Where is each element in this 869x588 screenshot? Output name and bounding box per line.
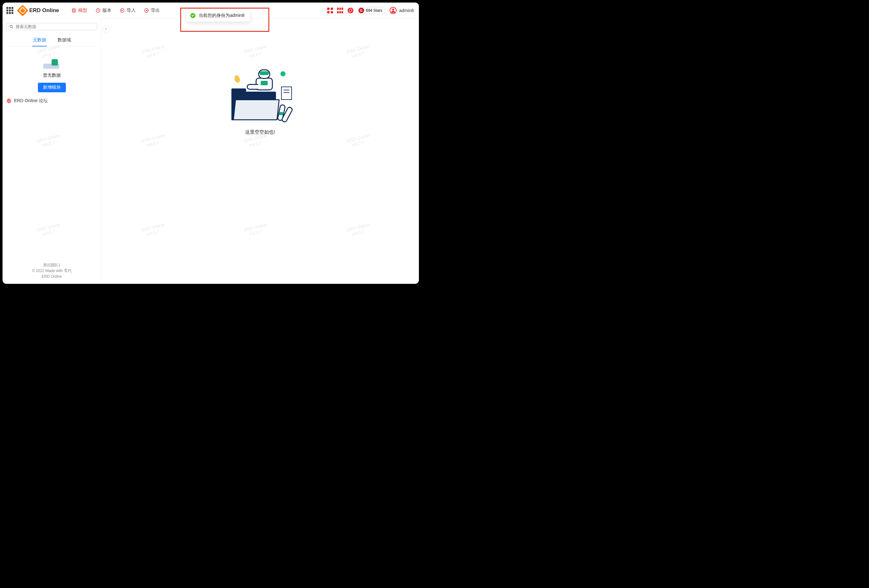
toast-message: 当前您的身份为admin8 (199, 13, 245, 18)
tab-domain[interactable]: 数据域 (57, 35, 72, 46)
search-icon (9, 25, 14, 29)
nav-import[interactable]: 导入 (120, 7, 136, 13)
main-empty-state: 这里空空如也! (225, 70, 295, 135)
nav-import-label: 导入 (127, 7, 136, 13)
globe-icon (6, 98, 12, 104)
export-icon (144, 8, 149, 13)
history-icon (95, 8, 101, 13)
svg-rect-4 (327, 7, 329, 10)
sidebar-collapse-button[interactable] (102, 25, 110, 33)
link-icon[interactable] (347, 7, 354, 14)
body: 元数据 数据域 暂无数据 新增模块 ERD Online 论坛 测试团队1 © … (3, 18, 419, 284)
import-icon (120, 8, 125, 13)
tab-metadata[interactable]: 元数据 (32, 35, 47, 46)
stars-label: 694 Stars (366, 8, 382, 13)
check-circle-icon (190, 13, 196, 18)
svg-rect-6 (327, 11, 329, 13)
grid-red-icon-2[interactable] (337, 7, 344, 14)
svg-point-15 (10, 25, 12, 27)
user-menu[interactable]: admin8 (389, 7, 415, 14)
forum-link[interactable]: ERD Online 论坛 (6, 98, 97, 104)
chevron-left-icon (104, 27, 108, 31)
top-nav: 模型 版本 导入 导出 (71, 7, 160, 13)
brand-logo-icon (17, 4, 29, 16)
user-name: admin8 (399, 8, 414, 13)
app-window: ERD Online 模型 版本 导入 导出 (3, 3, 419, 284)
database-icon (71, 8, 76, 13)
astronaut-illustration-icon (225, 70, 295, 123)
nav-export[interactable]: 导出 (144, 7, 160, 13)
forum-link-label: ERD Online 论坛 (14, 98, 48, 104)
main-empty-text: 这里空空如也! (225, 129, 295, 135)
footer-product: ERD Online (6, 274, 97, 279)
nav-model[interactable]: 模型 (71, 7, 87, 13)
nav-version[interactable]: 版本 (95, 7, 111, 13)
nav-model-label: 模型 (78, 7, 87, 13)
main-area: 这里空空如也! (101, 18, 419, 284)
user-avatar-icon (390, 7, 397, 14)
stars-badge[interactable]: G 694 Stars (357, 7, 384, 14)
grid-red-icon-1[interactable] (327, 7, 333, 14)
svg-rect-10 (341, 7, 343, 10)
svg-rect-8 (337, 7, 339, 10)
svg-rect-12 (339, 11, 341, 13)
svg-rect-7 (331, 11, 333, 13)
svg-point-14 (348, 7, 353, 13)
sidebar-empty: 暂无数据 新增模块 (6, 46, 97, 92)
svg-point-0 (72, 9, 75, 10)
brand[interactable]: ERD Online (18, 6, 59, 15)
topbar-right: G 694 Stars admin8 (327, 7, 415, 14)
sidebar-footer: 测试团队1 © 2022 Made with 零代 ERD Online (6, 262, 97, 281)
sidebar: 元数据 数据域 暂无数据 新增模块 ERD Online 论坛 测试团队1 © … (3, 18, 101, 284)
empty-illustration-icon (42, 55, 62, 69)
svg-rect-13 (341, 11, 343, 13)
search-input[interactable] (16, 24, 94, 29)
footer-copyright: © 2022 Made with 零代 (6, 268, 97, 274)
nav-version-label: 版本 (102, 7, 111, 13)
gitee-icon: G (359, 7, 364, 13)
add-module-button[interactable]: 新增模块 (38, 83, 66, 92)
search-box[interactable] (6, 23, 97, 30)
brand-name: ERD Online (29, 7, 59, 14)
apps-grid-icon[interactable] (6, 7, 13, 14)
sidebar-tabs: 元数据 数据域 (6, 35, 97, 46)
svg-rect-5 (331, 7, 333, 10)
identity-toast: 当前您的身份为admin8 (187, 10, 250, 22)
svg-rect-9 (339, 7, 341, 10)
nav-export-label: 导出 (151, 7, 160, 13)
svg-rect-11 (337, 11, 339, 13)
footer-team: 测试团队1 (6, 262, 97, 268)
sidebar-empty-text: 暂无数据 (6, 73, 97, 78)
